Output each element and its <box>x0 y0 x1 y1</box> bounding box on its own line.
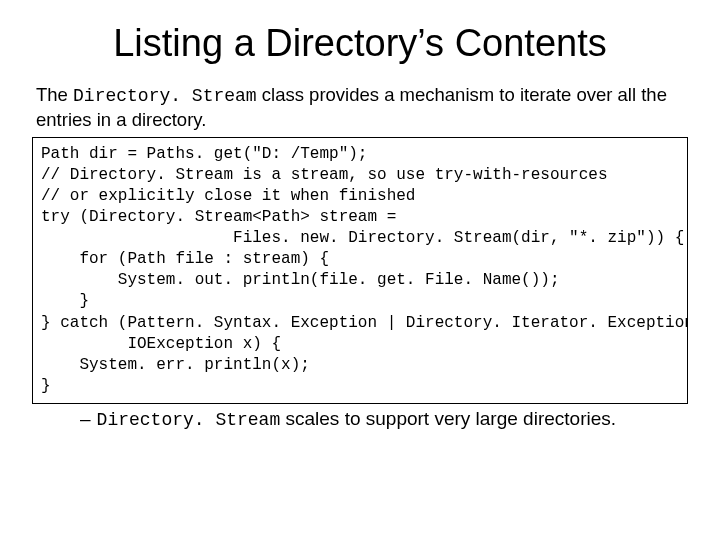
intro-class-name: Directory. Stream <box>73 86 257 106</box>
code-line: } <box>41 292 89 310</box>
code-line: } <box>41 377 51 395</box>
slide: Listing a Directory’s Contents The Direc… <box>0 0 720 540</box>
code-line: // Directory. Stream is a stream, so use… <box>41 166 608 184</box>
intro-paragraph: The Directory. Stream class provides a m… <box>36 83 688 131</box>
footnote-text: scales to support very large directories… <box>280 408 616 429</box>
code-line: } catch (Pattern. Syntax. Exception | Di… <box>41 314 688 332</box>
slide-title: Listing a Directory’s Contents <box>32 22 688 65</box>
code-line: // or explicitly close it when finished <box>41 187 415 205</box>
code-block: Path dir = Paths. get("D: /Temp"); // Di… <box>32 137 688 404</box>
footnote-class-name: Directory. Stream <box>97 410 281 430</box>
footnote: –Directory. Stream scales to support ver… <box>80 408 688 430</box>
code-line: System. out. println(file. get. File. Na… <box>41 271 559 289</box>
code-line: System. err. println(x); <box>41 356 310 374</box>
intro-prefix: The <box>36 84 73 105</box>
code-line: IOException x) { <box>41 335 281 353</box>
code-line: try (Directory. Stream<Path> stream = <box>41 208 396 226</box>
code-line: Files. new. Directory. Stream(dir, "*. z… <box>41 229 684 247</box>
code-line: Path dir = Paths. get("D: /Temp"); <box>41 145 367 163</box>
footnote-dash: – <box>80 408 91 429</box>
code-line: for (Path file : stream) { <box>41 250 329 268</box>
